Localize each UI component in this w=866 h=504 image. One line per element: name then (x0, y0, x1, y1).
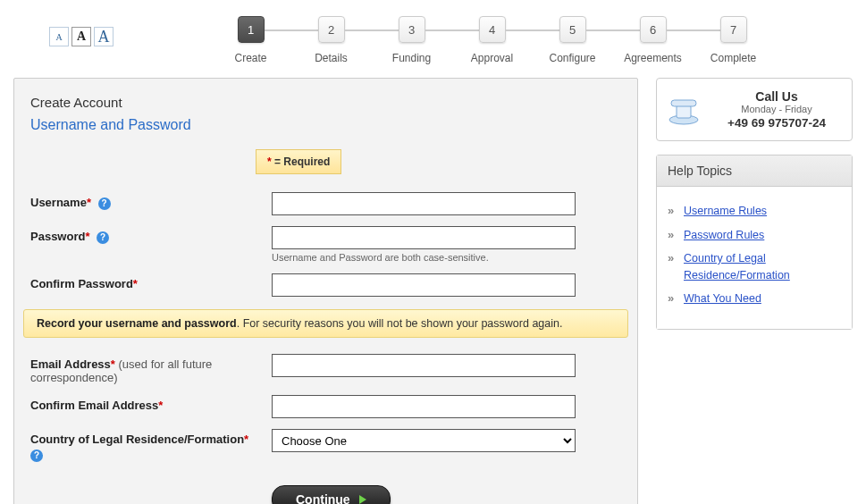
call-us-hours: Monday - Friday (710, 104, 843, 114)
call-us-number: +49 69 975707-24 (710, 116, 843, 130)
password-warning-bar: Record your username and password. For s… (23, 309, 628, 338)
step-number: 2 (318, 16, 345, 43)
step-number: 7 (720, 16, 747, 43)
step-number: 6 (640, 16, 667, 43)
font-size-large-button[interactable]: A (94, 27, 114, 46)
step-complete: 7Complete (694, 16, 774, 64)
font-size-switcher: A A A (49, 27, 114, 46)
confirm-password-label: Confirm Password* (30, 273, 272, 290)
font-size-small-button[interactable]: A (49, 27, 69, 46)
help-topic-link[interactable]: Country of Legal Residence/Formation (684, 252, 790, 281)
username-label: Username* ? (30, 192, 272, 210)
email-label: Email Address* (used for all future corr… (30, 354, 272, 384)
step-approval: 4Approval (452, 16, 533, 64)
case-sensitive-hint: Username and Password are both case-sens… (272, 252, 621, 263)
create-account-panel: Create Account Username and Password * =… (13, 78, 638, 504)
email-input[interactable] (272, 354, 576, 377)
step-details: 2Details (291, 16, 372, 64)
font-size-medium-button[interactable]: A (71, 27, 91, 46)
arrow-right-icon (359, 495, 366, 504)
svg-rect-1 (677, 105, 691, 118)
step-number: 1 (238, 16, 265, 43)
panel-subtitle: Username and Password (30, 117, 621, 133)
help-topic-item: Username Rules (668, 199, 841, 223)
step-label: Configure (549, 52, 595, 64)
step-number: 5 (559, 16, 586, 43)
call-us-title: Call Us (710, 89, 843, 104)
continue-button-label: Continue (296, 492, 350, 504)
password-input[interactable] (272, 226, 576, 249)
continue-button[interactable]: Continue (272, 485, 391, 504)
help-topic-item: Password Rules (668, 223, 841, 248)
confirm-password-input[interactable] (272, 273, 576, 297)
step-agreements: 6Agreements (613, 16, 694, 64)
country-select[interactable]: Choose One (272, 429, 576, 452)
help-topic-link[interactable]: Username Rules (684, 205, 767, 217)
required-legend: * = Required (256, 149, 341, 174)
confirm-email-label: Confirm Email Address* (30, 395, 272, 412)
step-label: Agreements (624, 52, 682, 64)
progress-stepper: 1Create2Details3Funding4Approval5Configu… (131, 16, 853, 64)
step-number: 4 (479, 16, 506, 43)
call-us-box: Call Us Monday - Friday +49 69 975707-24 (656, 78, 853, 141)
password-label: Password* ? (30, 226, 272, 244)
step-label: Create (234, 52, 266, 64)
help-topics-box: Help Topics Username RulesPassword Rules… (656, 155, 853, 330)
step-label: Complete (710, 52, 756, 64)
confirm-email-input[interactable] (272, 395, 576, 418)
help-icon[interactable]: ? (30, 449, 43, 462)
step-label: Funding (392, 52, 431, 64)
step-create: 1Create (211, 16, 291, 64)
help-topic-link[interactable]: Password Rules (684, 229, 764, 241)
phone-icon (666, 95, 702, 125)
help-icon[interactable]: ? (97, 231, 109, 244)
svg-rect-2 (671, 100, 696, 106)
step-number: 3 (399, 16, 425, 43)
help-topics-header: Help Topics (657, 155, 852, 187)
help-icon[interactable]: ? (98, 197, 111, 210)
step-funding: 3Funding (372, 16, 452, 64)
help-topic-link[interactable]: What You Need (684, 292, 761, 305)
country-label: Country of Legal Residence/Formation* ? (30, 429, 272, 462)
step-label: Approval (471, 52, 513, 64)
help-topic-item: Country of Legal Residence/Formation (668, 247, 841, 287)
step-configure: 5Configure (533, 16, 613, 64)
step-label: Details (315, 52, 348, 64)
username-input[interactable] (272, 192, 576, 215)
help-topic-item: What You Need (668, 287, 841, 311)
panel-title: Create Account (30, 95, 621, 110)
